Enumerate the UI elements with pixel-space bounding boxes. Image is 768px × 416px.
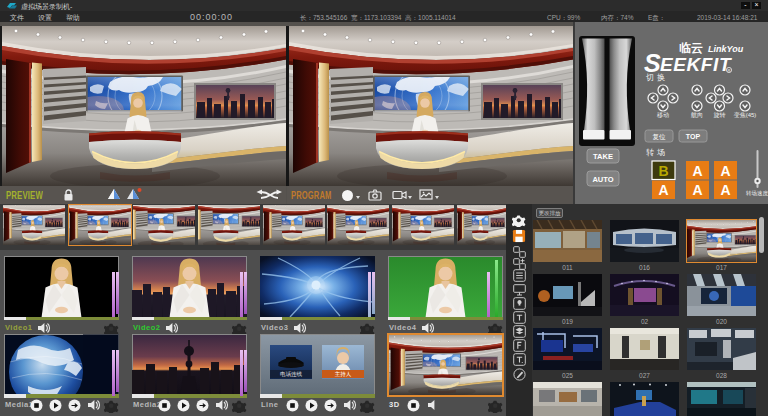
svg-text:航向: 航向: [691, 111, 703, 119]
svg-text:A: A: [692, 182, 702, 198]
svg-text:LinkYou: LinkYou: [708, 44, 744, 54]
svg-text:B: B: [658, 163, 668, 179]
svg-text:A: A: [720, 182, 730, 198]
svg-text:AUTO: AUTO: [592, 175, 613, 184]
svg-text:转场: 转场: [646, 148, 668, 157]
svg-text:TAKE: TAKE: [593, 152, 613, 161]
svg-text:R: R: [728, 68, 731, 73]
svg-text:转场速度: 转场速度: [746, 190, 768, 197]
svg-text:变焦(45): 变焦(45): [734, 111, 757, 119]
svg-text:旋转: 旋转: [714, 112, 726, 119]
svg-text:临云: 临云: [679, 41, 703, 55]
svg-text:复位: 复位: [653, 133, 667, 141]
svg-text:A: A: [658, 182, 668, 198]
svg-text:A: A: [692, 163, 702, 179]
svg-text:移动: 移动: [657, 112, 669, 119]
svg-text:EEKFIT: EEKFIT: [660, 54, 732, 75]
svg-text:TOP: TOP: [686, 133, 701, 140]
svg-text:A: A: [720, 163, 730, 179]
svg-text:切换: 切换: [645, 73, 668, 82]
